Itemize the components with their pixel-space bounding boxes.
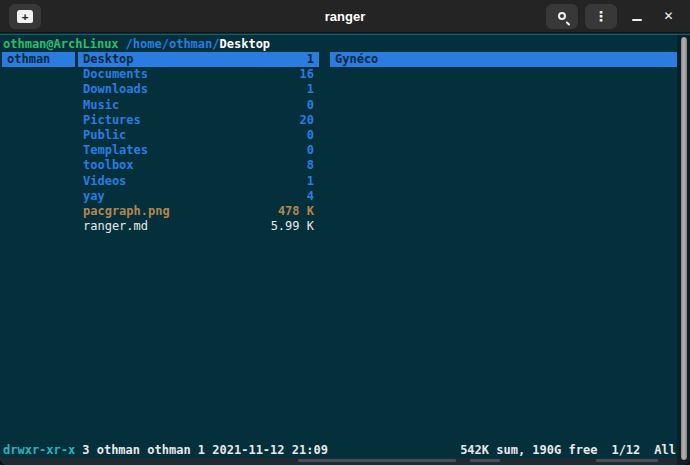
- file-name: Pictures: [83, 113, 141, 128]
- new-tab-button[interactable]: +: [9, 4, 41, 29]
- file-row[interactable]: Documents 16: [78, 67, 319, 82]
- file-row[interactable]: Videos 1: [78, 174, 319, 189]
- plus-glyph: +: [22, 11, 29, 22]
- search-icon: [558, 12, 566, 20]
- search-button[interactable]: [546, 4, 578, 29]
- user-host: othman@ArchLinux: [3, 37, 119, 51]
- clipped-bottom-row: [0, 458, 690, 465]
- scrollbar-thumb[interactable]: [680, 36, 688, 461]
- disk-usage: 542K sum, 190G free: [460, 443, 597, 457]
- file-count: 8: [307, 158, 314, 173]
- file-name: yay: [83, 189, 105, 204]
- file-row[interactable]: Gynéco: [330, 52, 677, 67]
- file-name: toolbox: [83, 158, 134, 173]
- file-row[interactable]: othman: [2, 52, 75, 67]
- file-owner-date: 3 othman othman 1 2021-11-12 21:09: [82, 443, 328, 457]
- new-tab-icon: +: [17, 10, 33, 23]
- file-name: Music: [83, 98, 119, 113]
- file-row[interactable]: pacgraph.png 478 K: [78, 204, 319, 219]
- file-name: Desktop: [83, 52, 134, 67]
- file-count: 5.99 K: [271, 219, 314, 234]
- clipped-text-fragment: [596, 459, 658, 462]
- kebab-menu-icon: ⋮: [594, 9, 608, 23]
- file-row[interactable]: Desktop 1: [78, 52, 319, 67]
- current-directory-column: Desktop 1 Documents 16 Downloads 1 Music…: [78, 52, 319, 234]
- close-button[interactable]: ✕: [656, 4, 681, 29]
- filter-indicator: All: [654, 443, 676, 457]
- file-row[interactable]: Pictures 20: [78, 113, 319, 128]
- minimize-icon: [632, 19, 642, 21]
- file-name: Templates: [83, 143, 148, 158]
- file-name: Videos: [83, 174, 126, 189]
- scrollbar-track[interactable]: [677, 35, 690, 465]
- file-count: 1: [307, 174, 314, 189]
- ranger-path-line: othman@ArchLinux/home/othman/Desktop: [3, 37, 270, 52]
- file-row[interactable]: Music 0: [78, 98, 319, 113]
- parent-directory-column: othman: [2, 52, 75, 67]
- preview-column: Gynéco: [330, 52, 677, 67]
- file-count: 0: [307, 128, 314, 143]
- file-row[interactable]: toolbox 8: [78, 158, 319, 173]
- ranger-statusbar: drwxr-xr-x3 othman othman 1 2021-11-12 2…: [3, 443, 676, 458]
- file-count: 478 K: [278, 204, 314, 219]
- status-summary: 542K sum, 190G free1/12All: [460, 443, 676, 458]
- file-count: 16: [300, 67, 314, 82]
- selection-position: 1/12: [611, 443, 640, 457]
- file-count: 20: [300, 113, 314, 128]
- file-count: 1: [307, 52, 314, 67]
- file-name: Documents: [83, 67, 148, 82]
- file-row[interactable]: Public 0: [78, 128, 319, 143]
- console-window: + ranger ⋮ ✕ othman@ArchLinux/home/othma…: [0, 0, 690, 465]
- file-row[interactable]: Downloads 1: [78, 82, 319, 97]
- cwd-current-dir: Desktop: [220, 37, 271, 51]
- titlebar-actions: ⋮ ✕: [546, 4, 681, 29]
- clipped-text-fragment: [470, 459, 500, 462]
- ranger-terminal: othman@ArchLinux/home/othman/Desktop oth…: [0, 34, 690, 465]
- file-count: 4: [307, 189, 314, 204]
- file-row[interactable]: Templates 0: [78, 143, 319, 158]
- file-permissions: drwxr-xr-x: [3, 443, 75, 457]
- file-name: ranger.md: [83, 219, 148, 234]
- file-row[interactable]: yay 4: [78, 189, 319, 204]
- titlebar[interactable]: + ranger ⋮ ✕: [0, 0, 690, 33]
- status-file-details: drwxr-xr-x3 othman othman 1 2021-11-12 2…: [3, 443, 328, 458]
- cwd-parent-path: /home/othman/: [126, 37, 220, 51]
- file-name: Gynéco: [335, 52, 378, 67]
- close-icon: ✕: [663, 10, 673, 22]
- minimize-button[interactable]: [624, 4, 649, 29]
- file-row[interactable]: ranger.md 5.99 K: [78, 219, 319, 234]
- file-count: 0: [307, 98, 314, 113]
- file-name: Public: [83, 128, 126, 143]
- file-name: othman: [7, 52, 50, 67]
- menu-button[interactable]: ⋮: [585, 4, 617, 29]
- file-count: 0: [307, 143, 314, 158]
- file-name: pacgraph.png: [83, 204, 170, 219]
- file-name: Downloads: [83, 82, 148, 97]
- clipped-text-fragment: [298, 459, 456, 462]
- file-count: 1: [307, 82, 314, 97]
